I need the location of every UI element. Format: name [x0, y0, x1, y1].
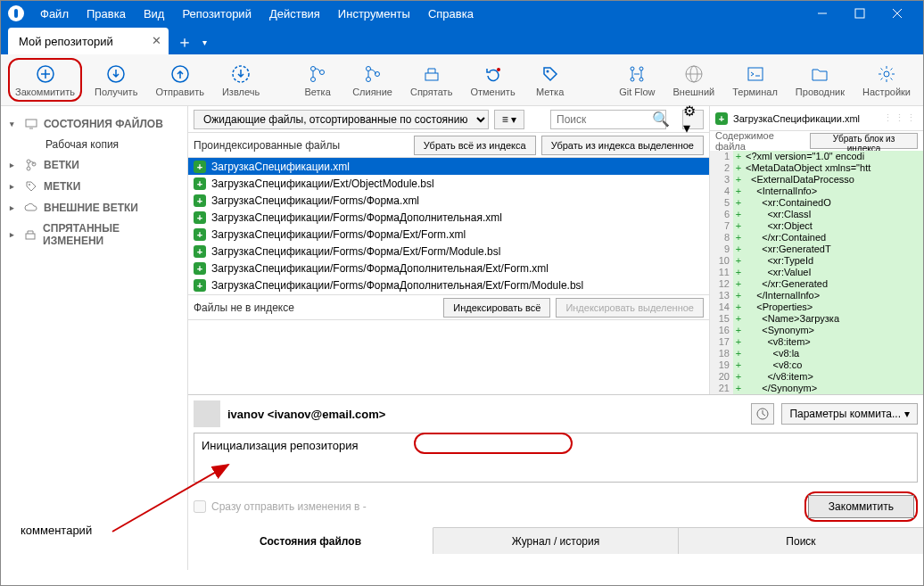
stage-all-button[interactable]: Индексировать всё	[443, 298, 550, 318]
diff-plus-icon: +	[733, 313, 744, 325]
line-number: 1	[710, 151, 733, 162]
toolbar-settings-button[interactable]: Настройки	[857, 58, 916, 102]
menu-view[interactable]: Вид	[135, 7, 174, 21]
staged-file-row[interactable]: +ЗагрузкаСпецификации/Forms/ФормаДополни…	[188, 260, 709, 276]
branch-icon	[24, 158, 38, 172]
toolbar-push-button[interactable]: Отправить	[150, 58, 210, 102]
staged-file-row[interactable]: +ЗагрузкаСпецификации.xml	[188, 158, 709, 175]
stage-selected-button[interactable]: Индексировать выделенное	[556, 298, 704, 318]
diff-header: + ЗагрузкаСпецификации.xml ⋮⋮⋮	[710, 106, 923, 131]
svg-point-13	[366, 66, 370, 70]
diff-line[interactable]: 20+ </v8:item>	[710, 371, 923, 383]
sidebar-stashes[interactable]: ▸ СПРЯТАННЫЕ ИЗМЕНЕНИ	[4, 219, 184, 251]
toolbar-terminal-button[interactable]: Терминал	[727, 58, 783, 102]
push-after-label: Сразу отправить изменения в -	[211, 500, 367, 513]
toolbar-label: Проводник	[796, 87, 845, 97]
staged-file-row[interactable]: +ЗагрузкаСпецификации/Forms/ФормаДополни…	[188, 276, 709, 293]
sidebar-branches[interactable]: ▸ ВЕТКИ	[4, 154, 184, 176]
chevron-right-icon: ▸	[10, 182, 19, 191]
unstage-selected-button[interactable]: Убрать из индекса выделенное	[541, 136, 704, 155]
diff-plus-icon: +	[733, 348, 744, 359]
diff-line[interactable]: 21+ </Synonym>	[710, 383, 923, 394]
toolbar-gitflow-button[interactable]: Git Flow	[614, 58, 660, 102]
toolbar-tag-button[interactable]: Метка	[528, 58, 573, 102]
diff-line[interactable]: 10+ <xr:TypeId	[710, 255, 923, 267]
toolbar-label: Закоммитить	[15, 87, 75, 97]
drag-handle-icon[interactable]: ⋮⋮⋮	[883, 112, 918, 124]
commit-button[interactable]: Закоммитить	[808, 495, 914, 518]
sidebar-tags[interactable]: ▸ МЕТКИ	[4, 176, 184, 197]
sidebar-working-copy[interactable]: Рабочая копия	[4, 135, 184, 154]
diff-line[interactable]: 8+ </xr:Contained	[710, 232, 923, 243]
commit-history-button[interactable]	[751, 403, 774, 425]
svg-rect-1	[855, 9, 864, 18]
sidebar-file-states[interactable]: ▾ СОСТОЯНИЯ ФАЙЛОВ	[4, 113, 184, 135]
diff-code: <xr:ContainedO	[744, 197, 923, 209]
pending-filter-select[interactable]: Ожидающие файлы, отсортированные по сост…	[194, 110, 489, 129]
staged-file-row[interactable]: +ЗагрузкаСпецификации/Forms/Форма/Ext/Fo…	[188, 243, 709, 260]
commit-options-button[interactable]: Параметры коммита... ▾	[781, 403, 918, 425]
view-mode-button[interactable]: ≡ ▾	[494, 110, 524, 129]
toolbar-branch-button[interactable]: Ветка	[295, 58, 340, 102]
menu-actions[interactable]: Действия	[260, 7, 329, 21]
toolbar-remote-button[interactable]: Внешний	[667, 58, 720, 102]
window-minimize-icon[interactable]	[804, 1, 841, 26]
diff-line[interactable]: 2+<MetaDataObject xmlns="htt	[710, 162, 923, 174]
diff-line[interactable]: 9+ <xr:GeneratedT	[710, 243, 923, 255]
diff-line[interactable]: 7+ <xr:Object	[710, 220, 923, 232]
diff-plus-icon: +	[733, 383, 744, 394]
diff-line[interactable]: 5+ <xr:ContainedO	[710, 197, 923, 209]
toolbar-pull-button[interactable]: Получить	[89, 58, 143, 102]
push-after-commit-checkbox[interactable]: Сразу отправить изменения в -	[194, 500, 367, 513]
diff-line[interactable]: 3+ <ExternalDataProcesso	[710, 174, 923, 186]
toolbar-stash-button[interactable]: Спрятать	[405, 58, 458, 102]
window-close-icon[interactable]	[879, 1, 916, 26]
diff-line[interactable]: 17+ <v8:item>	[710, 336, 923, 348]
sidebar-remotes[interactable]: ▸ ВНЕШНИЕ ВЕТКИ	[4, 197, 184, 219]
toolbar-discard-button[interactable]: Отменить	[465, 58, 520, 102]
staged-file-row[interactable]: +ЗагрузкаСпецификации/Forms/Форма/Ext/Fo…	[188, 226, 709, 243]
menu-edit[interactable]: Правка	[78, 7, 135, 21]
toolbar: ЗакоммититьПолучитьОтправитьИзвлечьВетка…	[1, 54, 923, 106]
diff-code: </v8:item>	[744, 371, 923, 383]
toolbar-explorer-button[interactable]: Проводник	[790, 58, 850, 102]
diff-line[interactable]: 18+ <v8:la	[710, 348, 923, 359]
search-input[interactable]	[550, 110, 666, 129]
menu-file[interactable]: Файл	[31, 7, 78, 21]
diff-line[interactable]: 13+ </InternalInfo>	[710, 290, 923, 301]
menu-help[interactable]: Справка	[419, 7, 483, 21]
staged-file-row[interactable]: +ЗагрузкаСпецификации/Ext/ObjectModule.b…	[188, 175, 709, 192]
toolbar-commit-button[interactable]: Закоммитить	[8, 58, 82, 102]
toolbar-fetch-button[interactable]: Извлечь	[217, 58, 265, 102]
diff-line[interactable]: 1+<?xml version="1.0" encodi	[710, 151, 923, 162]
diff-code: <xr:Object	[744, 220, 923, 232]
diff-line[interactable]: 19+ <v8:co	[710, 359, 923, 371]
diff-line[interactable]: 6+ <xr:ClassI	[710, 209, 923, 220]
bottom-tab-search[interactable]: Поиск	[679, 528, 923, 554]
bottom-tab-file-states[interactable]: Состояния файлов	[188, 527, 433, 554]
window-maximize-icon[interactable]	[841, 1, 879, 26]
staged-file-row[interactable]: +ЗагрузкаСпецификации/Forms/Форма.xml	[188, 192, 709, 209]
unstage-hunk-button[interactable]: Убрать блок из индекса	[810, 133, 918, 149]
tab-add-button[interactable]: ＋	[172, 29, 197, 54]
repo-tab[interactable]: Мой репозиторий ✕	[8, 28, 169, 54]
line-number: 2	[710, 162, 733, 174]
diff-line[interactable]: 12+ </xr:Generated	[710, 278, 923, 290]
toolbar-merge-button[interactable]: Слияние	[347, 58, 398, 102]
menu-repository[interactable]: Репозиторий	[173, 7, 260, 21]
line-number: 7	[710, 220, 733, 232]
diff-line[interactable]: 4+ <InternalInfo>	[710, 186, 923, 197]
diff-line[interactable]: 15+ <Name>Загрузка	[710, 313, 923, 325]
unstage-all-button[interactable]: Убрать всё из индекса	[414, 136, 536, 155]
bottom-tab-log[interactable]: Журнал / история	[433, 528, 679, 554]
tab-close-icon[interactable]: ✕	[149, 33, 163, 47]
tab-dropdown-icon[interactable]: ▾	[197, 29, 211, 54]
settings-gear-button[interactable]: ⚙ ▾	[682, 110, 704, 129]
staged-file-row[interactable]: +ЗагрузкаСпецификации/Forms/ФормаДополни…	[188, 209, 709, 226]
line-number: 19	[710, 359, 733, 371]
diff-line[interactable]: 16+ <Synonym>	[710, 325, 923, 336]
menu-tools[interactable]: Инструменты	[329, 7, 419, 21]
diff-line[interactable]: 11+ <xr:ValueI	[710, 267, 923, 278]
diff-line[interactable]: 14+ <Properties>	[710, 301, 923, 313]
commit-message-input[interactable]	[194, 433, 918, 483]
